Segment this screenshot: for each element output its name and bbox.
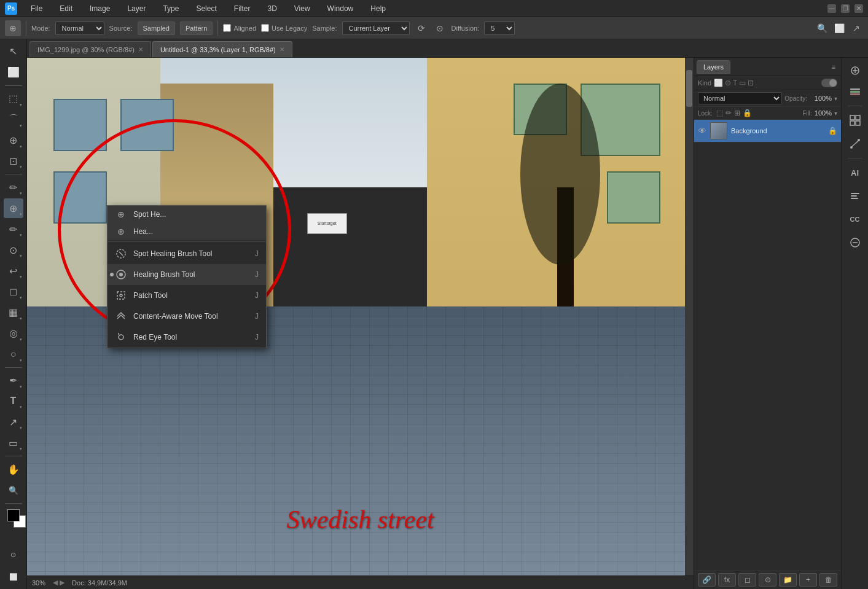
smart-filter-icon[interactable]: ⊡ <box>748 79 754 87</box>
tool-zoom[interactable]: 🔍 <box>4 480 23 500</box>
tool-healingbrush[interactable]: ⊕ ▾ <box>4 198 23 218</box>
properties-icon[interactable] <box>846 187 864 205</box>
scroll-thumb[interactable] <box>686 70 692 107</box>
tool-stamp[interactable]: ⊙ ▾ <box>4 240 23 260</box>
tool-pen[interactable]: ✒ ▾ <box>4 371 23 391</box>
layer-visibility-eye[interactable]: 👁 <box>698 126 706 136</box>
foreground-color[interactable] <box>7 509 20 521</box>
minimize-button[interactable]: — <box>827 4 836 13</box>
tool-brush[interactable]: ✏ ▾ <box>4 219 23 239</box>
tool-dodge[interactable]: ○ ▾ <box>4 345 23 364</box>
tool-screenmode[interactable]: ⬜ <box>4 567 23 587</box>
pixel-filter-icon[interactable]: ⬜ <box>714 79 723 87</box>
diffusion-dropdown[interactable]: 5 <box>484 21 515 35</box>
tab-label: Untitled-1 @ 33,3% (Layer 1, RGB/8#) <box>160 46 276 53</box>
filter-toggle[interactable] <box>821 79 837 87</box>
tool-shape[interactable]: ▭ ▾ <box>4 433 23 453</box>
channels-icon[interactable] <box>846 82 864 101</box>
shape-filter-icon[interactable]: ▭ <box>739 79 746 87</box>
add-mask-button[interactable]: ◻ <box>738 573 756 587</box>
cc-icon[interactable]: CC <box>846 210 864 228</box>
menu-3d[interactable]: 3D <box>264 3 280 14</box>
sample-icon-button[interactable]: ⟳ <box>415 21 428 35</box>
lock-position-icon[interactable]: ✏ <box>725 109 732 117</box>
adjustment-filter-icon[interactable]: ⊙ <box>725 79 731 87</box>
sampled-button[interactable]: Sampled <box>138 21 175 35</box>
tool-marquee[interactable]: ⬚ ▾ <box>4 89 23 109</box>
restore-button[interactable]: ❐ <box>841 4 850 13</box>
context-menu-healing-brush[interactable]: Healing Brush Tool J <box>108 264 266 285</box>
circle-minus-icon[interactable] <box>846 233 864 252</box>
tool-flyout-arrow: ▾ <box>20 254 22 259</box>
tool-text[interactable]: T ▾ <box>4 392 23 412</box>
tab-untitled1[interactable]: Untitled-1 @ 33,3% (Layer 1, RGB/8#) ✕ <box>152 41 292 57</box>
tab-close-2[interactable]: ✕ <box>280 46 284 53</box>
menu-image[interactable]: Image <box>86 3 114 14</box>
menu-type[interactable]: Type <box>159 3 182 14</box>
menu-help[interactable]: Help <box>367 3 389 14</box>
ai-enhance-icon[interactable]: AI <box>846 163 864 182</box>
menu-filter[interactable]: Filter <box>230 3 254 14</box>
link-layers-button[interactable]: 🔗 <box>698 573 716 587</box>
tool-hand[interactable]: ✋ <box>4 459 23 479</box>
opacity-arrow[interactable]: ▾ <box>834 95 837 102</box>
lock-artboard-icon[interactable]: ⊞ <box>734 109 740 117</box>
tab-layers[interactable]: Layers <box>697 60 730 74</box>
search-button[interactable]: 🔍 <box>815 21 829 35</box>
aligned-checkbox[interactable] <box>223 24 231 32</box>
menu-view[interactable]: View <box>291 3 314 14</box>
lock-all-icon[interactable]: 🔒 <box>743 109 752 117</box>
tool-eraser[interactable]: ◻ ▾ <box>4 282 23 302</box>
healing-options-button[interactable]: ⊙ <box>433 21 447 35</box>
mode-dropdown[interactable]: Normal <box>55 21 104 35</box>
tool-historybrush[interactable]: ↩ ▾ <box>4 261 23 281</box>
tool-flyout-arrow: ▾ <box>20 426 22 431</box>
context-menu-spot-healing[interactable]: Spot Healing Brush Tool J <box>108 243 266 264</box>
use-legacy-checkbox[interactable] <box>261 24 269 32</box>
lock-pixels-icon[interactable]: ⬚ <box>716 109 723 117</box>
menu-window[interactable]: Window <box>324 3 358 14</box>
new-group-button[interactable]: 📁 <box>779 573 797 587</box>
workspace-button[interactable]: ⬜ <box>832 21 846 35</box>
tool-eyedropper[interactable]: ✏ ▾ <box>4 177 23 197</box>
tool-lasso[interactable]: ⌒ ▾ <box>4 110 23 130</box>
menu-edit[interactable]: Edit <box>56 3 76 14</box>
paths-icon[interactable] <box>846 135 864 153</box>
menu-file[interactable]: File <box>27 3 46 14</box>
tab-close-1[interactable]: ✕ <box>138 46 143 53</box>
type-filter-icon[interactable]: T <box>733 79 737 87</box>
tool-quickmask[interactable]: ⊙ <box>4 545 23 564</box>
grid-icon[interactable] <box>846 111 864 130</box>
fill-arrow[interactable]: ▾ <box>834 110 837 117</box>
channels-expand-btn[interactable] <box>846 61 864 80</box>
tool-artboard[interactable]: ⬜ <box>4 63 23 82</box>
tool-crop[interactable]: ⊡ ▾ <box>4 152 23 171</box>
context-menu-content-aware[interactable]: Content-Aware Move Tool J <box>108 306 266 327</box>
context-menu-patch[interactable]: Patch Tool J <box>108 285 266 306</box>
menu-select[interactable]: Select <box>192 3 220 14</box>
blend-mode-dropdown[interactable]: Normal <box>698 92 782 104</box>
tab-img1299[interactable]: IMG_1299.jpg @ 30% (RGB/8#) ✕ <box>29 41 151 57</box>
tool-gradient[interactable]: ▦ ▾ <box>4 303 23 322</box>
new-layer-button[interactable]: + <box>799 573 817 587</box>
options-bar: ⊕ Mode: Normal Source: Sampled Pattern A… <box>0 17 868 39</box>
layer-item-background[interactable]: 👁 Background 🔒 <box>694 120 841 142</box>
panel-collapse-btn[interactable]: ≡ <box>829 62 839 72</box>
tool-pathselect[interactable]: ↗ ▾ <box>4 412 23 432</box>
add-adjustment-button[interactable]: ⊙ <box>759 573 776 587</box>
share-button[interactable]: ↗ <box>850 21 863 35</box>
menu-layer[interactable]: Layer <box>123 3 149 14</box>
status-arrows[interactable]: ◀ ▶ <box>53 579 65 587</box>
delete-layer-button[interactable]: 🗑 <box>819 573 837 587</box>
tool-blur[interactable]: ◎ ▾ <box>4 324 23 343</box>
close-button[interactable]: ✕ <box>854 4 863 13</box>
sample-dropdown[interactable]: Current Layer <box>342 21 410 35</box>
canvas-wrapper[interactable]: Stortorget Swedish street ⊕ Spot He... <box>27 58 694 575</box>
context-menu-red-eye[interactable]: Red Eye Tool J <box>108 327 266 348</box>
add-style-button[interactable]: fx <box>718 573 736 587</box>
tool-move[interactable]: ↖ <box>4 42 23 61</box>
pattern-button[interactable]: Pattern <box>180 21 213 35</box>
toolbar-separator-5 <box>5 503 22 504</box>
tool-quickselect[interactable]: ⊕ ▾ <box>4 131 23 150</box>
vertical-scrollbar[interactable] <box>685 58 694 575</box>
